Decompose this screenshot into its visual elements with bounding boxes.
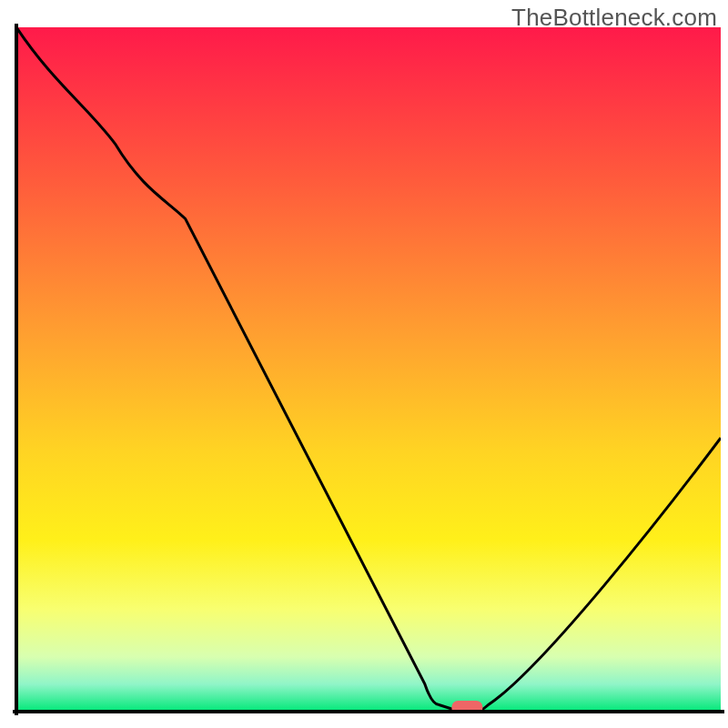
gradient-background xyxy=(16,27,721,712)
chart-container: TheBottleneck.com xyxy=(0,0,728,728)
bottleneck-chart xyxy=(0,0,728,728)
watermark-text: TheBottleneck.com xyxy=(511,4,717,32)
